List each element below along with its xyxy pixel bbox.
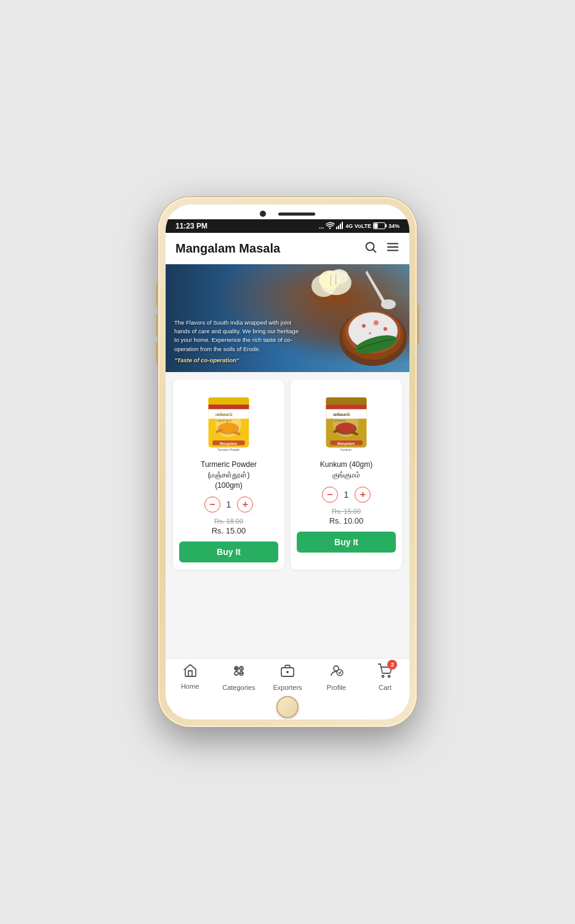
profile-icon xyxy=(329,663,344,682)
status-icons: ... 4G VoLTE xyxy=(319,222,400,230)
phone-bottom-bar xyxy=(166,695,409,719)
nav-profile[interactable]: Profile xyxy=(312,663,361,691)
buy-button-turmeric[interactable]: Buy It xyxy=(179,541,278,562)
svg-point-46 xyxy=(338,423,355,431)
buy-button-kunkum[interactable]: Buy It xyxy=(297,532,396,553)
product-card-turmeric: Mangalam Turmeric Powder மாங்களம் மஞ்சள்… xyxy=(173,379,284,570)
phone-top xyxy=(166,205,409,219)
products-grid: Mangalam Turmeric Powder மாங்களம் மஞ்சள்… xyxy=(173,379,402,570)
header-icons xyxy=(364,240,400,256)
app-title: Mangalam Masala xyxy=(175,241,280,256)
product-image-kunkum: Mangalam Kunkum மாங்களம் குங்குமம் xyxy=(297,387,396,455)
phone-frame: 11:23 PM ... 4G VoLTE xyxy=(158,197,417,727)
cart-icon: 2 xyxy=(377,663,392,682)
status-time: 11:23 PM xyxy=(175,222,207,230)
original-price-turmeric: Rs. 18.00 xyxy=(214,517,243,525)
turmeric-bag-svg: Mangalam Turmeric Powder மாங்களம் மஞ்சள்… xyxy=(203,389,255,453)
search-icon[interactable] xyxy=(364,240,377,256)
product-name-kunkum: Kunkum (40gm)குங்குமம் xyxy=(320,460,372,480)
svg-point-56 xyxy=(235,671,238,675)
svg-rect-42 xyxy=(326,404,367,409)
exporters-label: Exporters xyxy=(273,684,302,691)
bottom-navigation: Home xyxy=(166,658,409,695)
svg-rect-1 xyxy=(338,225,339,229)
home-button[interactable] xyxy=(276,696,299,718)
discounted-price-turmeric: Rs. 15.00 xyxy=(212,526,246,535)
quantity-control-turmeric: − 1 + xyxy=(204,496,254,513)
notch xyxy=(260,211,315,217)
network-dots: ... xyxy=(319,223,324,230)
app-content: Mangalam Masala xyxy=(166,233,409,695)
categories-label: Categories xyxy=(222,684,255,691)
status-bar: 11:23 PM ... 4G VoLTE xyxy=(166,219,409,233)
banner-description: The Flavors of South India wrapped with … xyxy=(174,318,299,354)
product-name-turmeric: Turmeric Powder(மஞ்சள்தூள்)(100gm) xyxy=(201,460,257,490)
svg-text:Turmeric Powder: Turmeric Powder xyxy=(217,448,240,452)
phone-screen: 11:23 PM ... 4G VoLTE xyxy=(166,205,409,719)
wifi-icon xyxy=(326,222,334,230)
nav-categories[interactable]: Categories xyxy=(214,663,263,691)
cart-badge: 2 xyxy=(387,660,397,670)
profile-label: Profile xyxy=(327,684,346,691)
product-card-kunkum: Mangalam Kunkum மாங்களம் குங்குமம் Kunku… xyxy=(291,379,402,570)
svg-rect-2 xyxy=(340,224,341,229)
svg-text:மாங்களம்: மாங்களம் xyxy=(215,411,233,416)
product-image-turmeric: Mangalam Turmeric Powder மாங்களம் மஞ்சள்… xyxy=(179,387,278,455)
svg-rect-41 xyxy=(326,397,367,404)
nav-cart[interactable]: 2 Cart xyxy=(361,663,409,691)
banner-text-block: The Flavors of South India wrapped with … xyxy=(166,311,409,372)
increase-qty-kunkum[interactable]: + xyxy=(355,487,371,503)
quantity-control-kunkum: − 1 + xyxy=(322,487,371,503)
battery-percent: 34% xyxy=(388,223,400,229)
network-type: 4G VoLTE xyxy=(345,223,371,229)
increase-qty-turmeric[interactable]: + xyxy=(237,496,253,513)
cart-label: Cart xyxy=(379,684,392,691)
hero-banner: The Flavors of South India wrapped with … xyxy=(166,264,409,372)
home-icon xyxy=(183,663,198,681)
svg-rect-5 xyxy=(374,223,377,228)
svg-text:Kunkum: Kunkum xyxy=(340,448,352,452)
svg-text:மாங்களம்: மாங்களம் xyxy=(333,411,350,416)
nav-exporters[interactable]: Exporters xyxy=(263,663,312,691)
earpiece xyxy=(278,213,315,216)
svg-line-8 xyxy=(373,249,376,252)
qty-value-turmeric: 1 xyxy=(227,500,231,509)
svg-text:Mangalam: Mangalam xyxy=(337,441,355,445)
signal-bars xyxy=(336,222,344,230)
categories-icon xyxy=(231,663,246,682)
svg-rect-6 xyxy=(385,224,387,227)
svg-point-16 xyxy=(381,299,396,309)
front-camera xyxy=(260,211,266,217)
qty-value-kunkum: 1 xyxy=(344,490,349,500)
home-label: Home xyxy=(181,683,199,690)
nav-home[interactable]: Home xyxy=(166,663,214,691)
svg-rect-27 xyxy=(209,397,249,404)
svg-rect-3 xyxy=(342,222,343,229)
app-header: Mangalam Masala xyxy=(166,233,409,264)
svg-rect-28 xyxy=(209,404,249,409)
svg-point-67 xyxy=(388,676,390,678)
discounted-price-kunkum: Rs. 10.00 xyxy=(329,516,364,525)
battery-icon xyxy=(373,222,387,230)
products-section: Mangalam Turmeric Powder மாங்களம் மஞ்சள்… xyxy=(166,372,409,658)
svg-point-15 xyxy=(330,269,348,284)
exporters-icon xyxy=(280,663,295,682)
kunkum-bag-svg: Mangalam Kunkum மாங்களம் குங்குமம் xyxy=(320,389,372,453)
original-price-kunkum: Rs. 15.00 xyxy=(332,508,361,515)
svg-point-66 xyxy=(382,676,384,678)
svg-point-32 xyxy=(220,423,237,431)
svg-rect-0 xyxy=(336,227,337,229)
decrease-qty-turmeric[interactable]: − xyxy=(204,496,220,513)
menu-icon[interactable] xyxy=(386,240,400,256)
decrease-qty-kunkum[interactable]: − xyxy=(322,487,338,503)
svg-text:Mangalam: Mangalam xyxy=(220,441,237,445)
banner-tagline: "Taste of co-operation" xyxy=(174,356,299,365)
